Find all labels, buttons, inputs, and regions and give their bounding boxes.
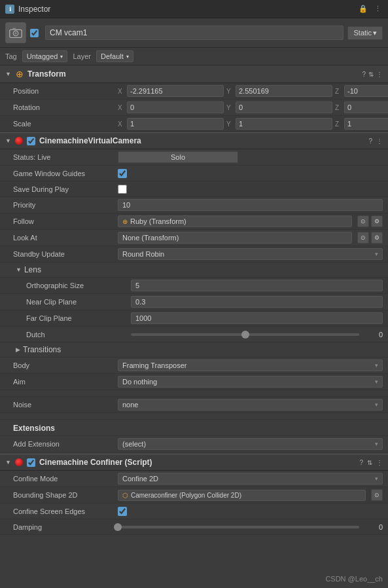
- standby-update-label: Standby Update: [13, 250, 118, 258]
- priority-value: [118, 199, 383, 211]
- look-at-target-btn[interactable]: ⊙: [357, 232, 369, 244]
- transform-menu[interactable]: ⋮: [376, 71, 383, 78]
- rotation-y-item: Y: [226, 101, 332, 113]
- near-clip-label: Near Clip Plane: [26, 298, 131, 306]
- bounding-shape-text: Cameraconfiner (Polygon Collider 2D): [131, 492, 241, 499]
- cvc-settings[interactable]: ⋮: [376, 138, 383, 145]
- ortho-size-input[interactable]: [131, 280, 383, 291]
- follow-value: ⊕ Ruby (Transform) ⊙ ⚙: [118, 215, 383, 227]
- look-at-gear-btn[interactable]: ⚙: [371, 232, 383, 244]
- follow-field: ⊕ Ruby (Transform): [118, 215, 352, 227]
- scale-x-input[interactable]: [127, 118, 224, 130]
- confiner-header[interactable]: ▼ Cinemachine Confiner (Script) ? ⇅ ⋮: [0, 454, 388, 471]
- spacer-2: [0, 413, 388, 420]
- static-button[interactable]: Static ▾: [347, 26, 383, 40]
- scale-z-item: Z: [335, 118, 388, 130]
- rotation-z-input[interactable]: [344, 101, 388, 113]
- game-window-guides-value: [118, 169, 383, 178]
- priority-row: Priority: [0, 197, 388, 213]
- game-window-guides-row: Game Window Guides: [0, 166, 388, 181]
- confiner-enabled-checkbox[interactable]: [27, 458, 35, 467]
- damping-value: 0: [118, 523, 383, 531]
- solo-button[interactable]: Solo: [118, 151, 238, 163]
- object-name-input[interactable]: [45, 26, 344, 40]
- confine-mode-value: Confine 2D ▾: [118, 473, 383, 485]
- game-window-guides-checkbox[interactable]: [118, 169, 127, 178]
- confine-mode-dropdown[interactable]: Confine 2D ▾: [118, 473, 383, 485]
- standby-update-dropdown[interactable]: Round Robin ▾: [118, 248, 383, 260]
- transform-help[interactable]: ?: [362, 71, 366, 78]
- rotation-z-item: Z: [335, 101, 388, 113]
- rotation-y-input[interactable]: [236, 101, 332, 113]
- noise-dropdown[interactable]: none ▾: [118, 399, 383, 411]
- object-icon: [5, 22, 26, 43]
- body-row: Body Framing Transposer ▾: [0, 358, 388, 374]
- transform-title: Transform: [27, 69, 358, 79]
- noise-value: none ▾: [118, 399, 383, 411]
- bounding-shape-icon: ⬡: [122, 492, 128, 499]
- cvc-header[interactable]: ▼ CinemachineVirtualCamera ? ⋮: [0, 132, 388, 149]
- cvc-help[interactable]: ?: [368, 138, 372, 145]
- lock-button[interactable]: 🔒: [358, 4, 368, 14]
- rotation-row: Rotation X Y Z: [0, 100, 388, 116]
- cvc-enabled-checkbox[interactable]: [27, 137, 35, 145]
- priority-input[interactable]: [118, 199, 383, 211]
- near-clip-row: Near Clip Plane: [0, 294, 388, 310]
- title-bar-title: Inspector: [18, 5, 50, 14]
- bounding-shape-actions: ⊙: [371, 489, 383, 501]
- lens-subsection-header[interactable]: ▼ Lens: [0, 263, 388, 278]
- save-during-play-value: [118, 185, 383, 194]
- position-x-input[interactable]: [127, 85, 224, 97]
- bounding-shape-target-btn[interactable]: ⊙: [371, 489, 383, 501]
- inspector-icon: ℹ: [5, 5, 14, 14]
- position-z-item: Z: [335, 85, 388, 97]
- transform-toggle: ▼: [5, 71, 12, 77]
- aim-dropdown[interactable]: Do nothing ▾: [118, 376, 383, 388]
- body-dropdown[interactable]: Framing Transposer ▾: [118, 359, 383, 371]
- cvc-title: CinemachineVirtualCamera: [39, 136, 365, 145]
- rotation-x-input[interactable]: [127, 101, 224, 113]
- transform-section-header[interactable]: ▼ ⊕ Transform ? ⇅ ⋮: [0, 65, 388, 83]
- follow-gear-btn[interactable]: ⚙: [371, 215, 383, 227]
- damping-slider-container: 0: [118, 523, 383, 531]
- far-clip-input[interactable]: [131, 312, 383, 324]
- dutch-slider-track[interactable]: [131, 333, 359, 336]
- position-row: Position X Y Z: [0, 83, 388, 100]
- damping-label: Damping: [13, 523, 118, 531]
- object-active-checkbox[interactable]: [30, 29, 39, 37]
- follow-target-btn[interactable]: ⊙: [357, 215, 369, 227]
- add-extension-dropdown[interactable]: (select) ▾: [118, 438, 383, 450]
- scale-row: Scale X Y Z: [0, 116, 388, 132]
- scale-y-input[interactable]: [236, 118, 332, 130]
- rotation-label: Rotation: [13, 103, 118, 111]
- confiner-menu[interactable]: ⋮: [376, 459, 383, 466]
- scale-z-input[interactable]: [344, 118, 388, 130]
- dutch-slider-value: 0: [363, 331, 383, 339]
- save-during-play-checkbox[interactable]: [118, 185, 127, 194]
- transitions-subsection-header[interactable]: ▶ Transitions: [0, 342, 388, 358]
- look-at-row: Look At None (Transform) ⊙ ⚙: [0, 230, 388, 246]
- near-clip-input[interactable]: [131, 296, 383, 308]
- scale-y-item: Y: [226, 118, 332, 130]
- position-y-input[interactable]: [236, 85, 332, 97]
- lens-toggle: ▼: [16, 266, 22, 273]
- follow-field-icon: ⊕: [122, 218, 128, 225]
- menu-button[interactable]: ⋮: [372, 4, 383, 14]
- save-during-play-label: Save During Play: [13, 185, 118, 193]
- layer-dropdown[interactable]: Default ▾: [96, 50, 133, 62]
- cvc-actions: ? ⋮: [368, 138, 383, 145]
- confiner-settings[interactable]: ⇅: [367, 459, 372, 466]
- confine-screen-edges-label: Confine Screen Edges: [13, 507, 118, 515]
- lens-title: Lens: [24, 265, 41, 274]
- transform-settings[interactable]: ⇅: [368, 71, 374, 78]
- dutch-slider-thumb: [241, 331, 249, 339]
- position-z-input[interactable]: [344, 85, 388, 97]
- rotation-x-item: X: [118, 101, 224, 113]
- transitions-toggle: ▶: [16, 346, 20, 353]
- damping-slider-track[interactable]: [118, 526, 359, 528]
- look-at-value: None (Transform) ⊙ ⚙: [118, 232, 383, 244]
- confine-screen-edges-checkbox[interactable]: [118, 507, 127, 516]
- confiner-help[interactable]: ?: [359, 459, 363, 466]
- svg-rect-3: [12, 28, 16, 30]
- tag-dropdown[interactable]: Untagged ▾: [22, 50, 68, 62]
